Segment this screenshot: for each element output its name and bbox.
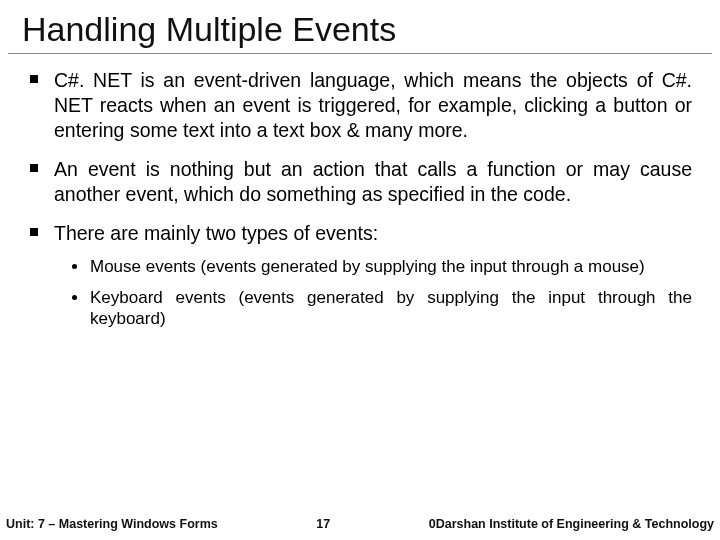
sub-bullet-item: Keyboard events (events generated by sup… bbox=[72, 287, 692, 330]
footer-page-number: 17 bbox=[316, 517, 330, 531]
bullet-item: C#. NET is an event-driven language, whi… bbox=[28, 68, 692, 143]
footer-institute: 0Darshan Institute of Engineering & Tech… bbox=[429, 517, 714, 531]
bullet-item: An event is nothing but an action that c… bbox=[28, 157, 692, 207]
sub-bullet-item: Mouse events (events generated by supply… bbox=[72, 256, 692, 277]
bullet-text: There are mainly two types of events: bbox=[54, 222, 378, 244]
footer-unit: Unit: 7 – Mastering Windows Forms bbox=[6, 517, 218, 531]
slide-content: C#. NET is an event-driven language, whi… bbox=[0, 54, 720, 512]
sub-bullet-list: Mouse events (events generated by supply… bbox=[54, 256, 692, 330]
page-title: Handling Multiple Events bbox=[8, 0, 712, 54]
main-bullet-list: C#. NET is an event-driven language, whi… bbox=[28, 68, 692, 329]
bullet-item: There are mainly two types of events: Mo… bbox=[28, 221, 692, 330]
slide: Handling Multiple Events C#. NET is an e… bbox=[0, 0, 720, 540]
slide-footer: Unit: 7 – Mastering Windows Forms 17 0Da… bbox=[0, 512, 720, 540]
